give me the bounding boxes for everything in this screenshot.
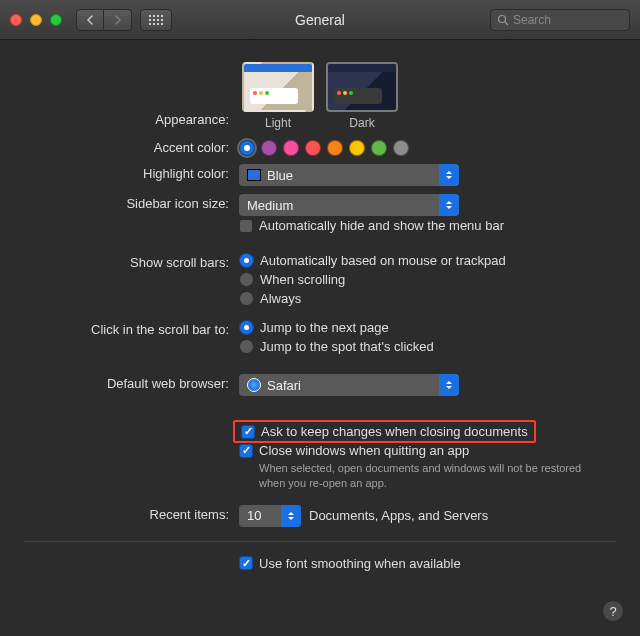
preferences-form: Appearance: Light Dark Accent color: Hig… xyxy=(0,40,640,591)
sidebar-size-label: Sidebar icon size: xyxy=(24,194,239,211)
browser-label: Default web browser: xyxy=(24,374,239,391)
titlebar: General Search xyxy=(0,0,640,40)
accent-swatch[interactable] xyxy=(283,140,299,156)
grid-icon xyxy=(149,15,163,25)
svg-line-1 xyxy=(505,22,508,25)
accent-swatch[interactable] xyxy=(305,140,321,156)
menubar-autohide-row: Automatically hide and show the menu bar xyxy=(24,218,616,233)
close-windows-checkbox[interactable]: Close windows when quitting an app xyxy=(239,443,469,458)
browser-value: Safari xyxy=(267,378,301,393)
scrollbars-label: Show scroll bars: xyxy=(24,253,239,270)
highlight-swatch-icon xyxy=(247,169,261,181)
recent-value: 10 xyxy=(247,508,261,523)
close-windows-row: Close windows when quitting an app When … xyxy=(24,443,616,491)
appearance-light-caption: Light xyxy=(239,116,317,130)
font-smoothing-row: Use font smoothing when available xyxy=(24,556,616,571)
safari-icon xyxy=(247,378,261,392)
divider xyxy=(24,541,616,542)
ask-keep-row: Ask to keep changes when closing documen… xyxy=(24,422,616,441)
appearance-dark-caption: Dark xyxy=(323,116,401,130)
appearance-light-thumb xyxy=(242,62,314,112)
accent-swatch[interactable] xyxy=(393,140,409,156)
highlight-annotation: Ask to keep changes when closing documen… xyxy=(233,420,536,443)
appearance-light-option[interactable]: Light xyxy=(239,62,317,130)
highlight-select[interactable]: Blue xyxy=(239,164,459,186)
chevron-updown-icon xyxy=(439,194,459,216)
chevron-updown-icon xyxy=(439,374,459,396)
minimize-window-icon[interactable] xyxy=(30,14,42,26)
show-all-button[interactable] xyxy=(140,9,172,31)
accent-swatch[interactable] xyxy=(371,140,387,156)
close-windows-label: Close windows when quitting an app xyxy=(259,443,469,458)
accent-swatch[interactable] xyxy=(327,140,343,156)
accent-swatch[interactable] xyxy=(349,140,365,156)
search-field[interactable]: Search xyxy=(490,9,630,31)
scrollbars-opt-always[interactable]: Always xyxy=(239,291,506,306)
search-placeholder: Search xyxy=(513,13,551,27)
ask-keep-checkbox[interactable]: Ask to keep changes when closing documen… xyxy=(241,424,528,439)
browser-select[interactable]: Safari xyxy=(239,374,459,396)
forward-button[interactable] xyxy=(104,9,132,31)
font-smoothing-checkbox[interactable]: Use font smoothing when available xyxy=(239,556,461,571)
window-controls xyxy=(10,14,62,26)
font-smoothing-label: Use font smoothing when available xyxy=(259,556,461,571)
scrollbars-row: Show scroll bars: Automatically based on… xyxy=(24,253,616,306)
highlight-label: Highlight color: xyxy=(24,164,239,181)
scrollbars-opt-scrolling[interactable]: When scrolling xyxy=(239,272,506,287)
nav-buttons xyxy=(76,9,132,31)
accent-row: Accent color: xyxy=(24,138,616,156)
clickbar-row: Click in the scroll bar to: Jump to the … xyxy=(24,320,616,354)
menubar-autohide-checkbox[interactable]: Automatically hide and show the menu bar xyxy=(239,218,504,233)
close-windows-subtext: When selected, open documents and window… xyxy=(239,461,599,491)
chevron-updown-icon xyxy=(439,164,459,186)
recent-suffix: Documents, Apps, and Servers xyxy=(309,508,488,523)
sidebar-size-row: Sidebar icon size: Medium xyxy=(24,194,616,216)
zoom-window-icon[interactable] xyxy=(50,14,62,26)
search-icon xyxy=(497,14,509,26)
help-button[interactable]: ? xyxy=(602,600,624,622)
scrollbars-opt-auto[interactable]: Automatically based on mouse or trackpad xyxy=(239,253,506,268)
highlight-value: Blue xyxy=(267,168,293,183)
browser-row: Default web browser: Safari xyxy=(24,374,616,396)
accent-label: Accent color: xyxy=(24,138,239,155)
appearance-dark-thumb xyxy=(326,62,398,112)
recent-row: Recent items: 10 Documents, Apps, and Se… xyxy=(24,505,616,527)
accent-swatches xyxy=(239,138,409,156)
appearance-dark-option[interactable]: Dark xyxy=(323,62,401,130)
close-window-icon[interactable] xyxy=(10,14,22,26)
svg-point-0 xyxy=(499,15,506,22)
accent-swatch[interactable] xyxy=(239,140,255,156)
menubar-autohide-label: Automatically hide and show the menu bar xyxy=(259,218,504,233)
clickbar-label: Click in the scroll bar to: xyxy=(24,320,239,337)
ask-keep-label: Ask to keep changes when closing documen… xyxy=(261,424,528,439)
sidebar-size-select[interactable]: Medium xyxy=(239,194,459,216)
appearance-label: Appearance: xyxy=(24,62,239,127)
chevron-updown-icon xyxy=(281,505,301,527)
back-button[interactable] xyxy=(76,9,104,31)
clickbar-opt-spot[interactable]: Jump to the spot that's clicked xyxy=(239,339,434,354)
clickbar-opt-nextpage[interactable]: Jump to the next page xyxy=(239,320,434,335)
highlight-row: Highlight color: Blue xyxy=(24,164,616,186)
appearance-row: Appearance: Light Dark xyxy=(24,62,616,130)
accent-swatch[interactable] xyxy=(261,140,277,156)
recent-select[interactable]: 10 xyxy=(239,505,301,527)
sidebar-size-value: Medium xyxy=(247,198,293,213)
recent-label: Recent items: xyxy=(24,505,239,522)
